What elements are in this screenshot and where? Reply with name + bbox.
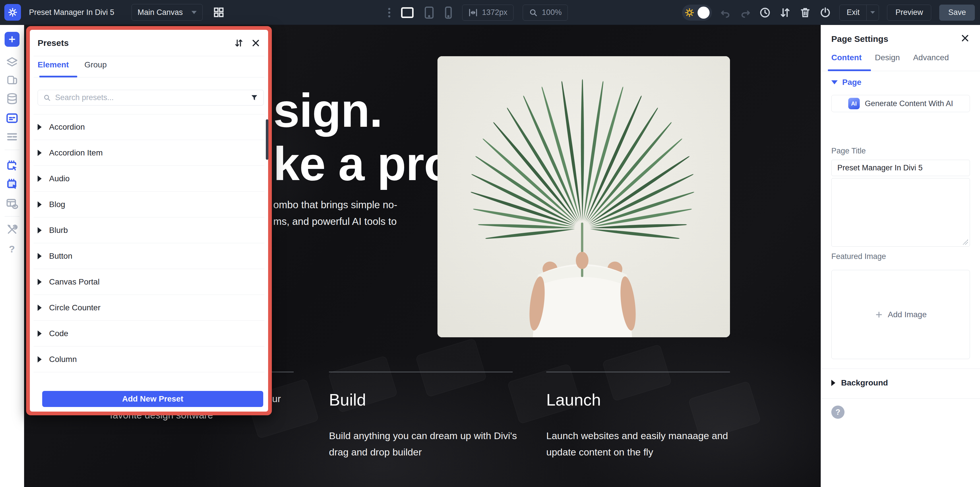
- exit-dropdown[interactable]: [866, 5, 879, 21]
- presets-panel-icon[interactable]: [5, 111, 19, 125]
- add-new-preset-button[interactable]: Add New Preset: [42, 391, 263, 407]
- tab-group[interactable]: Group: [84, 60, 107, 70]
- list-item-code[interactable]: Code: [33, 320, 264, 346]
- grid-view-button[interactable]: [212, 6, 225, 19]
- list-item-blog[interactable]: Blog: [33, 192, 264, 217]
- hero-image-palm-leaf: [438, 56, 730, 337]
- chevron-right-icon: [38, 330, 41, 337]
- history-icon[interactable]: [759, 6, 771, 19]
- zoom-value: 100%: [542, 8, 562, 17]
- chevron-right-icon: [38, 201, 41, 208]
- chevron-right-icon: [38, 356, 41, 363]
- list-item-accordion-item[interactable]: Accordion Item: [33, 140, 264, 166]
- plus-icon: [875, 310, 883, 319]
- list-view-icon[interactable]: [6, 130, 18, 143]
- search-icon: [43, 94, 51, 102]
- add-module-button[interactable]: [5, 32, 19, 47]
- list-item-audio[interactable]: Audio: [33, 166, 264, 192]
- preview-label: Preview: [895, 8, 923, 17]
- list-item-button[interactable]: Button: [33, 243, 264, 269]
- page-title: Preset Manager In Divi 5: [29, 8, 114, 17]
- zoom-field[interactable]: 100%: [523, 5, 568, 21]
- phone-view-button[interactable]: [444, 6, 453, 19]
- list-item-column[interactable]: Column: [33, 346, 264, 372]
- tab-design[interactable]: Design: [875, 53, 900, 62]
- sort-arrows-icon[interactable]: [234, 38, 244, 48]
- tab-element[interactable]: Element: [38, 60, 69, 70]
- chevron-down-icon: [870, 11, 875, 14]
- search-input[interactable]: [55, 93, 246, 102]
- generate-content-ai-button[interactable]: AI Generate Content With AI: [831, 95, 970, 112]
- scrollbar-thumb[interactable]: [266, 119, 268, 160]
- column-text: Launch websites and easily manaage and u…: [546, 428, 736, 460]
- redo-icon[interactable]: [740, 7, 751, 18]
- featured-image-label: Featured Image: [831, 252, 886, 261]
- tools-icon[interactable]: [6, 223, 18, 236]
- help-icon[interactable]: ?: [9, 243, 15, 255]
- left-sidebar: ?: [0, 25, 24, 487]
- database-icon[interactable]: [6, 92, 18, 105]
- chevron-right-icon: [38, 124, 41, 130]
- hero-paragraph-line1: ombo that brings simple no-: [273, 197, 397, 213]
- visibility-manager-icon[interactable]: [5, 197, 19, 210]
- chevron-right-icon: [38, 279, 41, 285]
- tablet-view-button[interactable]: [424, 6, 434, 19]
- featured-image-dropzone[interactable]: Add Image: [831, 270, 970, 359]
- trash-icon[interactable]: [799, 6, 811, 19]
- divi-settings-button[interactable]: [4, 4, 21, 21]
- desktop-view-button[interactable]: [400, 6, 415, 19]
- close-icon[interactable]: [961, 33, 970, 43]
- background-section-toggle[interactable]: Background: [831, 378, 888, 387]
- width-arrows-icon: [468, 8, 478, 17]
- list-item-accordion[interactable]: Accordion: [33, 114, 264, 140]
- hero-heading-line1: sign.: [273, 84, 453, 137]
- chevron-right-icon: [38, 227, 41, 233]
- theme-toggle[interactable]: [682, 5, 712, 21]
- chevron-right-icon: [38, 176, 41, 182]
- filter-icon[interactable]: [250, 94, 258, 102]
- save-button[interactable]: Save: [939, 5, 975, 21]
- page-section-toggle[interactable]: Page: [831, 78, 861, 87]
- page-title-input[interactable]: [831, 160, 970, 176]
- sort-arrows-icon[interactable]: [779, 6, 791, 19]
- column-heading: Build: [329, 390, 519, 409]
- column-divider: [329, 372, 513, 372]
- hero-paragraph: ombo that brings simple no- ms, and powe…: [273, 197, 397, 230]
- layers-icon[interactable]: [6, 56, 18, 68]
- list-item-circle-counter[interactable]: Circle Counter: [33, 295, 264, 320]
- preview-button[interactable]: Preview: [887, 5, 931, 21]
- close-icon[interactable]: [251, 38, 260, 48]
- excerpt-field[interactable]: [831, 178, 970, 247]
- sidebar-divider: [5, 150, 19, 150]
- click-mode-icon[interactable]: [5, 159, 19, 172]
- canvas-selector[interactable]: Main Canvas: [132, 4, 203, 21]
- page-settings-tabs: Content Design Advanced: [831, 53, 949, 62]
- tab-content[interactable]: Content: [831, 53, 862, 62]
- save-label: Save: [948, 8, 966, 17]
- search-box: [38, 90, 264, 106]
- templates-icon[interactable]: [6, 74, 18, 86]
- add-image-label: Add Image: [888, 310, 927, 319]
- resize-handle[interactable]: [962, 239, 968, 245]
- viewport-width-field[interactable]: 1372px: [462, 5, 514, 21]
- column-heading: Launch: [546, 390, 736, 409]
- portability-icon[interactable]: [819, 6, 831, 19]
- presets-tabs: Element Group: [33, 56, 264, 78]
- hero-heading-line2: ke a pro: [273, 137, 453, 190]
- chevron-right-icon: [38, 253, 41, 259]
- undo-icon[interactable]: [720, 7, 732, 18]
- help-button[interactable]: ?: [831, 406, 845, 419]
- list-item-canvas-portal[interactable]: Canvas Portal: [33, 269, 264, 295]
- tab-advanced[interactable]: Advanced: [913, 53, 949, 62]
- canvas-selector-label: Main Canvas: [137, 8, 183, 17]
- exit-button[interactable]: Exit: [839, 5, 879, 21]
- column-text: Build anything you can dream up with Div…: [329, 428, 519, 460]
- sidebar-divider: [5, 216, 19, 217]
- feature-column: Build Build anything you can dream up wi…: [329, 372, 519, 460]
- drag-handle-icon[interactable]: [388, 6, 391, 19]
- person-hand: [576, 252, 589, 269]
- viewport-width-value: 1372px: [482, 8, 508, 17]
- page-settings-title: Page Settings: [831, 34, 888, 44]
- list-item-blurb[interactable]: Blurb: [33, 217, 264, 243]
- multi-select-mode-icon[interactable]: [5, 178, 19, 191]
